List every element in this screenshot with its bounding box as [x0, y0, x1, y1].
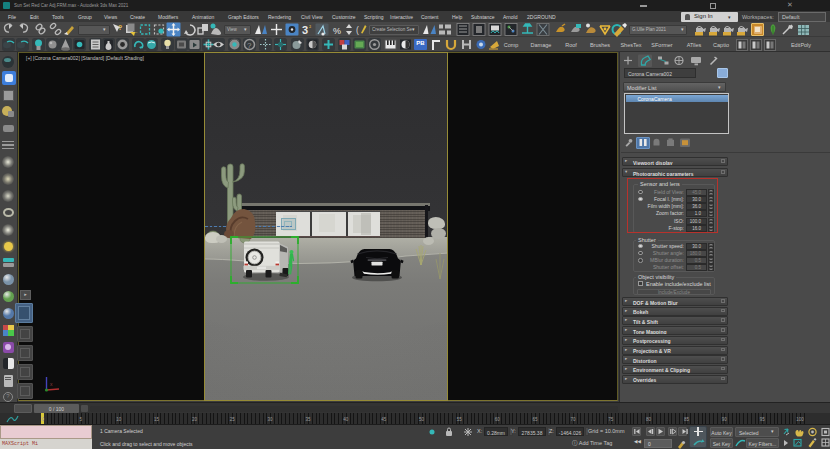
- svg-text:?: ?: [118, 24, 122, 31]
- svg-text:x: x: [50, 381, 53, 387]
- svg-text:²: ²: [309, 24, 311, 30]
- svg-text:(: (: [356, 25, 359, 35]
- svg-text:%: %: [333, 26, 341, 36]
- svg-text:?: ?: [247, 41, 252, 50]
- svg-text:3: 3: [302, 24, 308, 36]
